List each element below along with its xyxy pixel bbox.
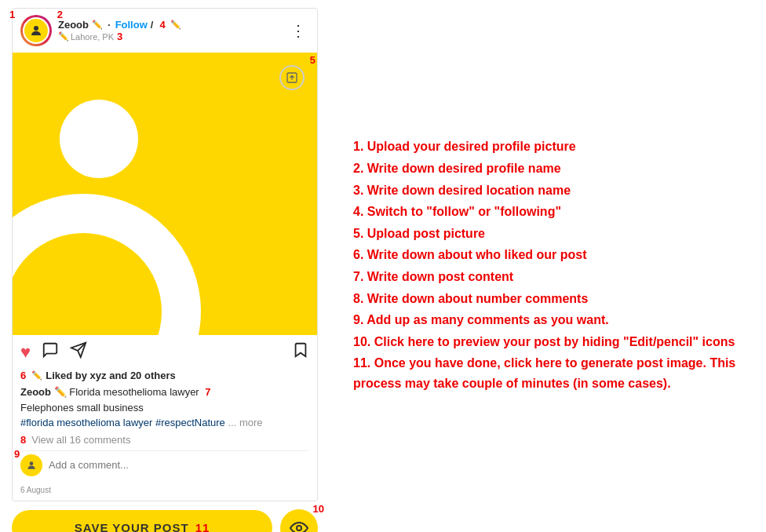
badge-5: 5 xyxy=(310,54,316,66)
badge-8: 8 xyxy=(20,434,26,446)
caption-username: Zeoob xyxy=(20,386,51,398)
location-text: Lahore, PK xyxy=(71,32,114,42)
view-comments[interactable]: 8 View all 16 comments xyxy=(20,434,309,446)
post-header-left: 1 2 Zeoob ✏️ · Follow / 4 xyxy=(20,15,181,46)
username-text: Zeoob xyxy=(58,19,89,31)
left-panel: 1 2 Zeoob ✏️ · Follow / 4 xyxy=(0,0,330,532)
add-comment-row: 9 xyxy=(20,450,309,479)
post-header: 1 2 Zeoob ✏️ · Follow / 4 xyxy=(13,9,317,53)
avatar-inner xyxy=(23,17,49,44)
preview-btn-wrapper: 10 xyxy=(280,509,318,533)
svg-point-4 xyxy=(30,461,34,465)
badge-1: 1 xyxy=(9,9,15,20)
comment-avatar-wrapper: 9 xyxy=(20,454,42,476)
instruction-item: 5. Upload post picture xyxy=(353,224,742,244)
follow-button[interactable]: Follow xyxy=(115,19,148,31)
post-card: 1 2 Zeoob ✏️ · Follow / 4 xyxy=(12,8,318,501)
more-options-button[interactable]: ⋮ xyxy=(287,23,309,38)
add-comment-input[interactable] xyxy=(49,459,309,471)
instruction-item: 3. Write down desired location name xyxy=(353,180,742,201)
instructions-list: 1. Upload your desired profile picture2.… xyxy=(353,137,742,395)
svg-point-5 xyxy=(297,526,301,530)
instruction-item: 7. Write down post content xyxy=(353,267,742,287)
edit-likes-icon[interactable]: ✏️ xyxy=(31,370,42,381)
upload-post-button[interactable] xyxy=(279,65,305,90)
post-location: ✏️ Lahore, PK 3 xyxy=(58,31,181,42)
instruction-item: 11. Once you have done, click here to ge… xyxy=(353,353,742,393)
caption-more[interactable]: ... more xyxy=(228,417,262,428)
caption-line2: Felephones small business xyxy=(20,402,144,414)
avatar-wrapper: 1 2 xyxy=(20,15,52,46)
avatar[interactable] xyxy=(20,15,52,46)
post-actions-left: ♥ xyxy=(20,341,87,363)
badge-4: 4 xyxy=(159,19,165,31)
post-image[interactable]: 5 xyxy=(13,53,317,335)
comment-avatar xyxy=(20,454,42,476)
instruction-item: 9. Add up as many comments as you want. xyxy=(353,310,742,330)
post-user-info: Zeoob ✏️ · Follow / 4 ✏️ ✏️ Lahore, PK 3 xyxy=(58,19,181,42)
instruction-item: 8. Write down about number comments xyxy=(353,289,742,309)
save-post-button[interactable]: SAVE YOUR POST 11 xyxy=(12,510,272,532)
instruction-item: 4. Switch to "follow" or "following" xyxy=(353,202,742,222)
instruction-item: 10. Click here to preview your post by h… xyxy=(353,332,742,352)
instruction-item: 1. Upload your desired profile picture xyxy=(353,137,742,157)
likes-text: Liked by xyz and 20 others xyxy=(46,370,175,381)
view-comments-text: View all 16 comments xyxy=(31,434,130,446)
badge-7: 7 xyxy=(205,386,210,398)
badge-9: 9 xyxy=(14,448,20,460)
instruction-item: 2. Write down desired profile name xyxy=(353,159,742,179)
likes-row: 6 ✏️ Liked by xyz and 20 others xyxy=(20,370,309,381)
svg-point-0 xyxy=(34,26,38,31)
follow-slash: / xyxy=(151,19,154,31)
edit-icon[interactable]: ✏️ xyxy=(92,20,103,30)
badge-10: 10 xyxy=(313,503,324,515)
post-image-arc xyxy=(13,194,201,335)
post-username: Zeoob ✏️ · Follow / 4 ✏️ xyxy=(58,19,181,31)
caption: Zeoob ✏️ Florida mesothelioma lawyer 7 F… xyxy=(20,384,309,431)
like-icon[interactable]: ♥ xyxy=(20,342,31,363)
right-panel: 1. Upload your desired profile picture2.… xyxy=(330,0,766,532)
caption-edit-icon: ✏️ xyxy=(54,386,67,398)
follow-dot: · xyxy=(108,19,111,31)
bookmark-icon[interactable] xyxy=(292,341,309,363)
badge-6: 6 xyxy=(20,370,26,381)
post-date: 6 August xyxy=(13,486,317,501)
pencil-location-icon: ✏️ xyxy=(58,31,69,42)
post-actions: ♥ xyxy=(13,335,317,370)
badge-3: 3 xyxy=(117,31,122,42)
comment-icon[interactable] xyxy=(42,341,59,363)
save-post-label: SAVE YOUR POST xyxy=(75,521,189,532)
edit-icon-2[interactable]: ✏️ xyxy=(170,20,181,30)
share-icon[interactable] xyxy=(70,341,87,363)
caption-content: Florida mesothelioma lawyer xyxy=(69,386,199,398)
badge-2: 2 xyxy=(57,9,63,20)
badge-11: 11 xyxy=(195,521,210,532)
post-image-circle xyxy=(60,100,138,178)
instruction-item: 6. Write down about who liked our post xyxy=(353,245,742,265)
bottom-buttons: SAVE YOUR POST 11 10 xyxy=(12,501,318,533)
caption-hashtags: #florida mesothelioma lawyer #respectNat… xyxy=(20,417,225,428)
post-content: 6 ✏️ Liked by xyz and 20 others Zeoob ✏️… xyxy=(13,370,317,486)
